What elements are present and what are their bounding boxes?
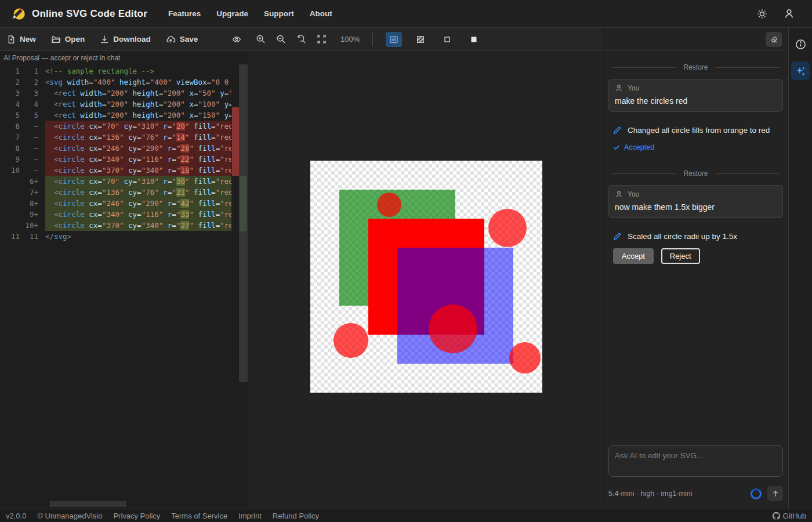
zoom-level[interactable]: 100% [340,35,360,44]
gutter-old-line-number: 3 [0,88,23,99]
nav-link-support[interactable]: Support [264,9,294,18]
message-author: You [628,84,639,92]
restore-button[interactable]: Restore [683,63,708,71]
open-button[interactable]: Open [51,35,85,44]
bg-hatch-button[interactable] [412,32,429,47]
code-line[interactable]: 33 <rect width="200" height="200" x="50"… [0,88,231,99]
code-line[interactable]: 6— <circle cx="70" cy="310" r="20" fill=… [0,121,231,132]
download-button[interactable]: Download [100,35,151,44]
code-line[interactable]: 9+ <circle cx="340" cy="116" r="33" fill… [0,209,231,220]
gutter-new-line-number: 1 [23,66,45,77]
github-label: GitHub [783,512,806,520]
gutter-new-line-number: 6+ [23,176,45,187]
nav-link-features[interactable]: Features [168,9,201,18]
send-button[interactable] [767,486,783,501]
horizontal-scrollbar-thumb[interactable] [50,501,126,507]
code-line[interactable]: 7+ <circle cx="136" cy="76" r="21" fill=… [0,187,231,198]
code-line[interactable]: 7— <circle cx="136" cy="76" r="14" fill=… [0,132,231,143]
restore-divider: Restore [612,63,780,71]
copyright: © UnmanagedVisio [37,512,102,520]
code-line[interactable]: 11<!-- sample rectangle --> [0,66,231,77]
gutter-old-line-number: 1 [0,66,23,77]
right-rail [788,28,812,508]
restore-button[interactable]: Restore [683,169,708,177]
nav-link-about[interactable]: About [310,9,332,18]
code-text: <circle cx="340" cy="116" r="33" fill="r… [45,209,231,220]
code-line[interactable]: 1111</svg> [0,231,231,242]
gutter-new-line-number: — [23,132,45,143]
bg-hatch-icon [416,35,425,44]
gutter-new-line-number: 10+ [23,220,45,231]
bg-solid-button[interactable] [466,32,482,47]
gutter-old-line-number: 9 [0,154,23,165]
theme-toggle-button[interactable] [757,9,767,19]
zoom-out-button[interactable] [276,34,286,44]
gutter-old-line-number: 6 [0,121,23,132]
zoom-reset-button[interactable] [296,34,306,44]
code-line[interactable]: 10— <circle cx="370" cy="340" r="18" fil… [0,165,231,176]
zoom-in-button[interactable] [256,34,266,44]
gutter-old-line-number [0,198,23,209]
ai-proposal-notice: AI Proposal — accept or reject in chat [0,52,249,64]
accept-button[interactable]: Accept [613,248,654,264]
footer-link-privacy[interactable]: Privacy Policy [113,512,160,520]
bg-checker-icon [389,35,398,44]
chat-input[interactable] [608,445,783,477]
footer-link-refund[interactable]: Refund Policy [273,512,319,520]
gutter-new-line-number: — [23,121,45,132]
clear-chat-button[interactable] [766,32,782,47]
bg-transparent-button[interactable] [439,32,455,47]
gutter-old-line-number: 8 [0,143,23,154]
footer-link-imprint[interactable]: Imprint [238,512,262,520]
code-editor-pane[interactable]: AI Proposal — accept or reject in chat 1… [0,52,249,508]
footer-link-terms[interactable]: Terms of Service [171,512,227,520]
editor-vertical-scrollbar[interactable] [231,64,249,500]
user-icon [784,8,795,19]
code-line[interactable]: 44 <rect width="200" height="200" x="100… [0,99,231,110]
preview-pane[interactable] [250,52,603,508]
code-line[interactable]: 55 <rect width="200" height="200" x="150… [0,110,231,121]
zoom-in-icon [256,34,266,44]
app-window: Online SVG Code Editor Features Upgrade … [0,0,812,522]
svg-canvas[interactable] [310,161,542,393]
code-line[interactable]: 8— <circle cx="246" cy="290" r="28" fill… [0,143,231,154]
ai-assistant-button[interactable] [791,61,810,80]
nav-link-upgrade[interactable]: Upgrade [216,9,248,18]
ai-summary: Changed all circle fills from orange to … [613,126,778,135]
new-button[interactable]: New [7,35,36,44]
code-text: <circle cx="340" cy="116" r="22" fill="r… [45,154,231,165]
gutter-old-line-number [0,176,23,187]
svg-shape-circle [509,342,541,374]
message-author: You [628,190,639,198]
info-button[interactable] [791,35,810,53]
github-link[interactable]: GitHub [772,512,806,520]
nav-links: Features Upgrade Support About [168,9,332,18]
gutter-new-line-number: 7+ [23,187,45,198]
status-accepted-label: Accepted [624,143,654,151]
fit-screen-button[interactable] [317,34,327,44]
code-line[interactable]: 8+ <circle cx="246" cy="290" r="42" fill… [0,198,231,209]
user-message-card: You now make them 1.5x bigger [608,185,783,218]
code-line[interactable]: 9— <circle cx="340" cy="116" r="22" fill… [0,154,231,165]
footer: v2.0.0 © UnmanagedVisio Privacy Policy T… [0,509,812,522]
bg-checker-button[interactable] [386,32,402,47]
save-button-label: Save [180,35,198,44]
save-button[interactable]: Save [166,35,198,44]
gutter-old-line-number: 4 [0,99,23,110]
code-line[interactable]: 6+ <circle cx="70" cy="310" r="30" fill=… [0,176,231,187]
code-line[interactable]: 22<svg width="400" height="400" viewBox=… [0,77,231,88]
reject-button[interactable]: Reject [661,248,700,264]
code-text: <circle cx="370" cy="340" r="27" fill="r… [45,220,231,231]
account-button[interactable] [784,8,795,19]
code-line[interactable]: 10+ <circle cx="370" cy="340" r="27" fil… [0,220,231,231]
gutter-old-line-number [0,187,23,198]
chat-messages[interactable]: Restore You make the circles red Changed… [604,52,788,437]
new-file-icon [7,35,16,44]
eye-icon [231,35,242,44]
model-info: 5.4-mini · high · img1-mini [608,490,692,498]
sun-icon [757,9,767,19]
preview-toggle-button[interactable] [231,35,242,44]
ai-summary: Scaled all circle radii up by 1.5x [613,232,778,241]
new-button-label: New [20,35,36,44]
vertical-scrollbar-thumb[interactable] [239,64,248,382]
